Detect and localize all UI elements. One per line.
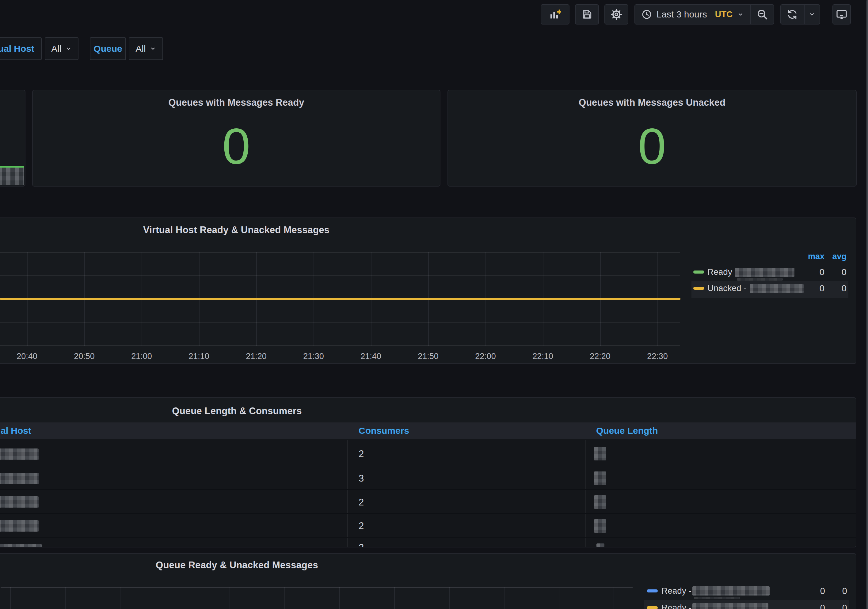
legend-header-max[interactable]: max <box>797 252 825 261</box>
redacted-series-name <box>750 284 804 293</box>
save-dashboard-button[interactable] <box>575 4 599 25</box>
refresh-interval-chevron-icon <box>808 11 815 18</box>
legend-max-value: 0 <box>797 283 825 294</box>
column-header-virtual-host[interactable]: al Host <box>1 425 31 436</box>
dashboard-settings-button[interactable] <box>604 4 628 25</box>
redacted-queue-length-cell <box>594 447 606 461</box>
row-separator <box>0 537 856 538</box>
legend-label-unacked[interactable]: Unacked - <box>707 283 747 293</box>
legend-max-value: 0 <box>798 603 825 609</box>
grafana-dashboard: { "toolbar": { "icons": ["add-panel-icon… <box>0 0 868 609</box>
redacted-virtual-host-cell <box>0 473 39 484</box>
stat-panel-queues-unacked: Queues with Messages Unacked 0 <box>448 90 857 187</box>
legend-label-ready[interactable]: Ready - <box>662 603 691 609</box>
refresh-group <box>780 4 820 25</box>
panel-title[interactable]: Queues with Messages Ready <box>33 97 440 108</box>
clock-icon <box>641 9 652 20</box>
variable-label-queue[interactable]: Queue <box>90 37 126 60</box>
redacted-queue-length-cell <box>594 519 606 533</box>
zoom-out-icon <box>756 9 768 20</box>
x-axis-tick: 20:50 <box>74 352 95 361</box>
redacted-series-name <box>694 597 740 599</box>
stat-panel-queues-ready: Queues with Messages Ready 0 <box>32 90 440 187</box>
zoom-out-time-button[interactable] <box>750 5 773 24</box>
gridline <box>120 587 121 609</box>
redacted-series-name <box>735 268 794 277</box>
gridline <box>449 587 450 609</box>
consumers-cell: 2 <box>359 542 364 547</box>
redacted-queue-length-cell <box>594 471 606 485</box>
gridline <box>0 322 680 323</box>
panel-title[interactable]: Queue Length & Consumers <box>172 406 302 417</box>
kiosk-monitor-icon <box>835 8 848 20</box>
gridline <box>339 587 340 609</box>
legend-swatch-ready-yellow <box>647 606 658 609</box>
x-axis-tick: 22:10 <box>532 352 553 361</box>
legend-label-ready[interactable]: Ready - <box>662 586 691 596</box>
virtual-host-filter-value: All <box>51 43 61 54</box>
stat-value: 0 <box>448 121 856 172</box>
legend-label-ready[interactable]: Ready <box>707 267 732 277</box>
time-range-picker-button[interactable]: Last 3 hours UTC <box>635 5 750 24</box>
legend-avg-value: 0 <box>828 283 846 294</box>
virtual-host-filter-dropdown[interactable]: All <box>45 37 79 60</box>
redacted-virtual-host-cell <box>0 520 39 532</box>
vertical-scrollbar[interactable] <box>866 0 868 609</box>
gridline <box>0 345 680 346</box>
x-axis-tick: 21:00 <box>131 352 152 361</box>
redacted-virtual-host-cell <box>0 544 42 547</box>
panel-title[interactable]: Virtual Host Ready & Unacked Messages <box>143 224 330 236</box>
x-axis-tick: 22:00 <box>475 352 496 361</box>
redacted-stat-value <box>0 168 24 185</box>
gridline <box>0 252 680 253</box>
gridline <box>175 587 175 609</box>
redacted-queue-length-cell <box>597 543 604 547</box>
legend-swatch-unacked <box>693 287 704 290</box>
virtual-host-filter-label: tual Host <box>0 43 34 54</box>
consumers-cell: 2 <box>359 521 364 532</box>
x-axis-tick: 20:40 <box>17 352 37 361</box>
refresh-icon <box>786 9 798 20</box>
x-axis-tick: 21:10 <box>189 352 209 361</box>
legend-avg-value: 0 <box>828 586 847 596</box>
x-axis-tick: 21:20 <box>246 352 267 361</box>
gridline <box>614 587 614 609</box>
add-panel-button[interactable] <box>541 4 569 25</box>
x-axis-tick: 22:20 <box>590 352 611 361</box>
variable-label-virtual-host[interactable]: tual Host <box>0 37 42 60</box>
legend-max-value: 0 <box>797 267 825 277</box>
save-dashboard-icon <box>581 9 593 20</box>
consumers-cell: 2 <box>359 497 364 508</box>
redacted-virtual-host-cell <box>0 448 39 460</box>
legend-header-avg[interactable]: avg <box>828 252 846 261</box>
gridline <box>504 587 504 609</box>
kiosk-mode-button[interactable] <box>832 4 851 25</box>
x-axis-tick: 21:40 <box>360 352 381 361</box>
redacted-virtual-host-cell <box>0 496 39 508</box>
gridline <box>65 587 65 609</box>
time-range-group: Last 3 hours UTC <box>634 4 774 25</box>
queue-table-panel: Queue Length & Consumers al Host Consume… <box>0 397 856 547</box>
legend-swatch-ready-blue <box>647 589 658 592</box>
consumers-cell: 3 <box>359 473 364 484</box>
consumers-cell: 2 <box>359 448 364 459</box>
gridline <box>0 275 680 276</box>
panel-title[interactable]: Queue Ready & Unacked Messages <box>156 560 318 571</box>
column-divider <box>586 440 586 547</box>
column-divider <box>347 440 348 547</box>
gridline <box>284 587 285 609</box>
queue-chart-panel: Queue Ready & Unacked Messages Ready - 0… <box>0 553 856 609</box>
redacted-queue-length-cell <box>594 495 606 509</box>
queue-filter-dropdown[interactable]: All <box>129 37 163 60</box>
redacted-series-name <box>737 278 783 281</box>
column-header-consumers[interactable]: Consumers <box>359 425 409 436</box>
refresh-dashboard-button[interactable] <box>781 5 804 24</box>
column-header-queue-length[interactable]: Queue Length <box>596 425 658 436</box>
row-separator <box>0 465 856 465</box>
table-body <box>0 439 856 547</box>
refresh-interval-dropdown[interactable] <box>804 5 820 24</box>
gridline <box>394 587 395 609</box>
panel-title[interactable]: Queues with Messages Unacked <box>448 97 856 108</box>
legend-swatch-ready <box>693 270 704 274</box>
chevron-down-icon <box>150 45 156 52</box>
